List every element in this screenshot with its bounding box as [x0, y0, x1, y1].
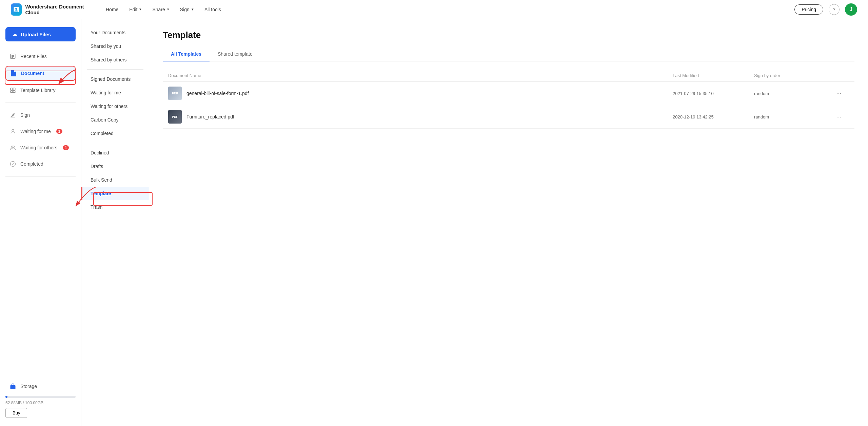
page-title: Template: [163, 30, 854, 40]
mid-item-template[interactable]: Template: [81, 187, 149, 200]
file-icon-inner-1: PDF: [168, 87, 182, 100]
nav-sign[interactable]: Sign ▾: [180, 7, 194, 12]
edit-chevron: ▾: [139, 7, 141, 12]
col-sign-order: Sign by order: [754, 73, 829, 78]
mid-item-waiting-for-others[interactable]: Waiting for others: [81, 99, 149, 113]
main-content: Template All Templates Shared template D…: [149, 19, 868, 426]
mid-item-waiting-for-me[interactable]: Waiting for me: [81, 86, 149, 99]
waiting-others-icon: [9, 144, 16, 151]
tab-all-templates[interactable]: All Templates: [163, 47, 210, 61]
mid-item-your-documents[interactable]: Your Documents: [81, 26, 149, 39]
nav-share[interactable]: Share ▾: [152, 7, 169, 12]
buy-button[interactable]: Buy: [5, 408, 27, 418]
share-chevron: ▾: [167, 7, 169, 12]
waiting-others-badge: 1: [63, 145, 69, 150]
file-icon-2: PDF: [168, 110, 182, 124]
storage-item: Storage: [5, 379, 76, 393]
mid-divider-2: [87, 143, 143, 143]
storage-bar-fill: [5, 396, 7, 398]
upload-icon: ☁: [12, 31, 17, 37]
tabs-container: All Templates Shared template: [163, 47, 854, 61]
mid-item-completed[interactable]: Completed: [81, 127, 149, 140]
sign-order-1: random: [754, 91, 829, 96]
pricing-button[interactable]: Pricing: [794, 4, 823, 15]
col-last-modified: Last Modified: [673, 73, 754, 78]
sidebar-divider-1: [5, 103, 76, 103]
mid-item-carbon-copy[interactable]: Carbon Copy: [81, 113, 149, 127]
nav-home[interactable]: Home: [106, 7, 118, 12]
template-library-icon: [9, 87, 16, 94]
file-icon-1: PDF: [168, 87, 182, 100]
sidebar-sign-label: Sign: [20, 112, 30, 118]
user-avatar[interactable]: J: [845, 3, 857, 16]
svg-rect-4: [11, 88, 13, 90]
more-button-1[interactable]: ···: [829, 89, 849, 98]
sidebar-item-template-library[interactable]: Template Library: [5, 84, 76, 97]
storage-section: Storage 52.88MB / 100.00GB Buy: [5, 374, 76, 418]
col-doc-name: Document Name: [168, 73, 673, 78]
tab-shared-template[interactable]: Shared template: [210, 47, 261, 61]
storage-icon: [9, 383, 16, 390]
sidebar-item-recent-files[interactable]: Recent Files: [5, 50, 76, 63]
top-navigation: Wondershare Document Cloud Home Edit ▾ S…: [0, 0, 868, 19]
mid-item-drafts[interactable]: Drafts: [81, 160, 149, 173]
sidebar-item-completed[interactable]: Completed: [5, 157, 76, 171]
left-sidebar: ☁ Upload Files Recent Files Document Tem…: [0, 19, 81, 426]
sidebar-item-waiting-for-me[interactable]: Waiting for me 1: [5, 125, 76, 138]
main-layout: ☁ Upload Files Recent Files Document Tem…: [0, 19, 868, 426]
sidebar-recent-label: Recent Files: [20, 54, 47, 59]
logo-icon: [11, 3, 22, 16]
date-1: 2021-07-29 15:35:10: [673, 91, 754, 96]
svg-point-8: [12, 129, 14, 131]
waiting-me-icon: [9, 128, 16, 135]
svg-rect-7: [13, 91, 15, 93]
sign-order-2: random: [754, 114, 829, 119]
nav-edit[interactable]: Edit ▾: [129, 7, 141, 12]
table-row[interactable]: PDF Furniture_replaced.pdf 2020-12-19 13…: [163, 105, 854, 129]
file-cell-1: PDF general-bill-of-sale-form-1.pdf: [168, 87, 673, 100]
mid-sidebar: Your Documents Shared by you Shared by o…: [81, 19, 149, 426]
storage-label: Storage: [20, 384, 37, 389]
svg-rect-5: [13, 88, 15, 90]
mid-divider-1: [87, 69, 143, 70]
svg-rect-6: [11, 91, 13, 93]
table-header: Document Name Last Modified Sign by orde…: [163, 70, 854, 82]
mid-item-trash[interactable]: Trash: [81, 200, 149, 214]
sidebar-template-lib-label: Template Library: [20, 88, 56, 93]
completed-label: Completed: [20, 161, 43, 167]
sign-chevron: ▾: [192, 7, 194, 12]
nav-right: Pricing ? J: [794, 3, 857, 16]
table-row[interactable]: PDF general-bill-of-sale-form-1.pdf 2021…: [163, 82, 854, 105]
storage-usage-text: 52.88MB / 100.00GB: [5, 401, 76, 405]
logo-area: Wondershare Document Cloud: [11, 3, 92, 16]
nav-links: Home Edit ▾ Share ▾ Sign ▾ All tools: [92, 7, 794, 12]
file-name-2: Furniture_replaced.pdf: [186, 114, 234, 119]
mid-item-shared-by-others[interactable]: Shared by others: [81, 53, 149, 67]
help-button[interactable]: ?: [829, 4, 840, 15]
sidebar-item-document[interactable]: Document: [5, 66, 76, 81]
waiting-me-badge: 1: [56, 129, 62, 134]
mid-item-shared-by-you[interactable]: Shared by you: [81, 39, 149, 53]
recent-files-icon: [9, 53, 16, 60]
file-name-1: general-bill-of-sale-form-1.pdf: [186, 91, 249, 96]
mid-item-signed-documents[interactable]: Signed Documents: [81, 72, 149, 86]
sidebar-item-sign[interactable]: Sign: [5, 108, 76, 122]
waiting-others-label: Waiting for others: [20, 145, 57, 150]
sidebar-document-label: Document: [21, 71, 44, 76]
col-actions: [829, 73, 849, 78]
nav-all-tools[interactable]: All tools: [204, 7, 221, 12]
mid-item-declined[interactable]: Declined: [81, 146, 149, 160]
date-2: 2020-12-19 13:42:25: [673, 114, 754, 119]
waiting-me-label: Waiting for me: [20, 129, 51, 134]
mid-item-bulk-send[interactable]: Bulk Send: [81, 173, 149, 187]
document-icon: [10, 70, 17, 77]
sidebar-divider-2: [5, 176, 76, 177]
svg-point-10: [13, 146, 15, 148]
more-button-2[interactable]: ···: [829, 112, 849, 122]
logo-text: Wondershare Document Cloud: [25, 4, 92, 15]
sign-icon: [9, 112, 16, 118]
upload-button[interactable]: ☁ Upload Files: [5, 27, 76, 41]
storage-bar-background: [5, 396, 76, 398]
file-cell-2: PDF Furniture_replaced.pdf: [168, 110, 673, 124]
sidebar-item-waiting-for-others[interactable]: Waiting for others 1: [5, 141, 76, 154]
